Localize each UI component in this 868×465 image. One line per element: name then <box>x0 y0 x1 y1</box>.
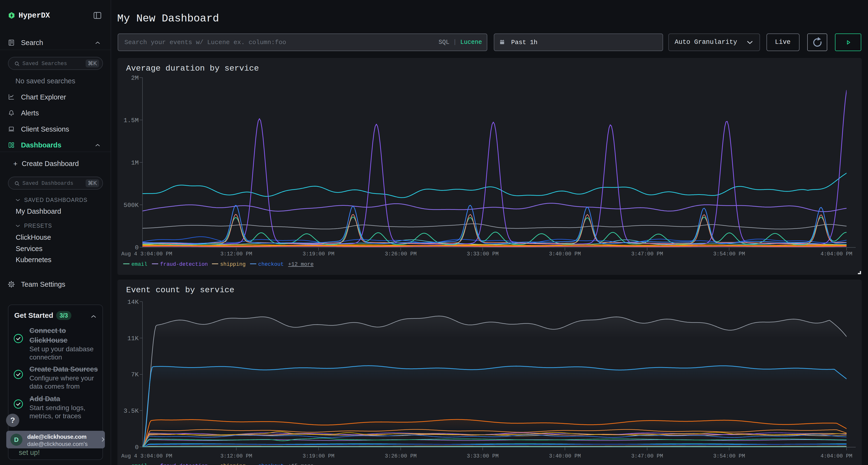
svg-text:3:40:00 PM: 3:40:00 PM <box>549 251 581 257</box>
svg-text:2M: 2M <box>131 74 138 82</box>
svg-text:3:12:00 PM: 3:12:00 PM <box>220 251 252 257</box>
svg-text:3:19:00 PM: 3:19:00 PM <box>303 251 334 257</box>
svg-text:email: email <box>131 261 147 267</box>
svg-text:3:40:00 PM: 3:40:00 PM <box>549 453 581 459</box>
svg-text:3:47:00 PM: 3:47:00 PM <box>631 251 663 257</box>
svg-text:checkout: checkout <box>258 463 284 465</box>
svg-text:4:04:00 PM: 4:04:00 PM <box>820 453 852 459</box>
svg-text:0: 0 <box>135 244 138 251</box>
svg-text:3:33:00 PM: 3:33:00 PM <box>467 251 499 257</box>
svg-text:fraud-detection: fraud-detection <box>160 261 208 267</box>
svg-text:+12 more: +12 more <box>288 261 314 267</box>
svg-text:1M: 1M <box>131 159 138 166</box>
svg-text:3:47:00 PM: 3:47:00 PM <box>631 453 663 459</box>
svg-text:fraud-detection: fraud-detection <box>160 463 208 465</box>
svg-text:Aug 4 3:04:00 PM: Aug 4 3:04:00 PM <box>121 251 172 257</box>
svg-text:0: 0 <box>135 444 138 451</box>
svg-text:email: email <box>131 463 147 465</box>
svg-text:3:12:00 PM: 3:12:00 PM <box>220 453 252 459</box>
svg-text:14K: 14K <box>127 299 138 306</box>
svg-text:3:33:00 PM: 3:33:00 PM <box>467 453 499 459</box>
svg-text:3:26:00 PM: 3:26:00 PM <box>385 251 416 257</box>
svg-text:Aug 4 3:04:00 PM: Aug 4 3:04:00 PM <box>121 453 172 459</box>
svg-text:shipping: shipping <box>220 261 246 267</box>
svg-text:4:04:00 PM: 4:04:00 PM <box>820 251 852 257</box>
svg-text:11K: 11K <box>127 335 138 342</box>
svg-text:7K: 7K <box>131 371 139 378</box>
svg-text:3:19:00 PM: 3:19:00 PM <box>303 453 334 459</box>
svg-text:3:54:00 PM: 3:54:00 PM <box>713 453 745 459</box>
svg-text:checkout: checkout <box>258 261 284 267</box>
svg-text:+15 more: +15 more <box>288 463 314 465</box>
svg-text:3:26:00 PM: 3:26:00 PM <box>385 453 416 459</box>
svg-text:500K: 500K <box>124 202 139 209</box>
svg-text:shipping: shipping <box>220 463 246 465</box>
svg-text:3.5K: 3.5K <box>124 407 139 414</box>
svg-text:1.5M: 1.5M <box>124 117 138 124</box>
svg-text:3:54:00 PM: 3:54:00 PM <box>713 251 745 257</box>
